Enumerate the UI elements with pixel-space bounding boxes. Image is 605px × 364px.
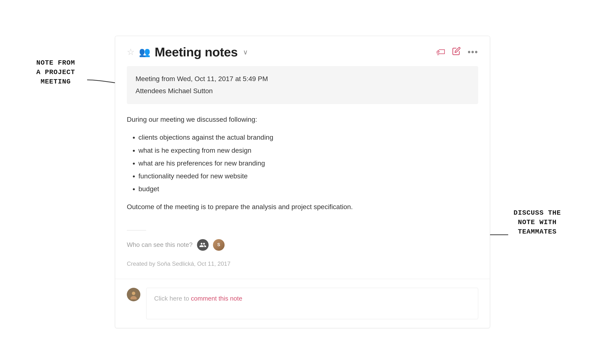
comment-placeholder: Click here to comment this note (154, 295, 242, 302)
chevron-down-icon[interactable]: ∨ (243, 48, 248, 56)
meeting-attendees: Attendees Michael Sutton (136, 85, 469, 97)
visibility-label: Who can see this note? (127, 241, 193, 248)
intro-text: During our meeting we discussed followin… (127, 114, 478, 125)
tag-icon[interactable]: 🏷 (436, 47, 445, 57)
created-by: Created by Soňa Sedlická, Oct 11, 2017 (115, 260, 490, 279)
note-title: Meeting notes (155, 45, 238, 59)
meeting-info-box: Meeting from Wed, Oct 11, 2017 at 5:49 P… (127, 66, 478, 104)
discussion-list: clients objections against the actual br… (127, 131, 478, 195)
list-item: what are his preferences for new brandin… (138, 157, 478, 170)
list-item: budget (138, 182, 478, 195)
left-annotation: NOTE FROM A PROJECT MEETING (22, 58, 90, 87)
header-right: 🏷 ••• (436, 47, 478, 58)
edit-icon[interactable] (452, 47, 461, 58)
commenter-avatar (127, 288, 140, 301)
star-button[interactable]: ☆ (127, 47, 135, 57)
meeting-datetime: Meeting from Wed, Oct 11, 2017 at 5:49 P… (136, 73, 469, 85)
list-item: clients objections against the actual br… (138, 131, 478, 144)
note-card: ☆ 👥 Meeting notes ∨ 🏷 ••• Meeting from W… (115, 36, 490, 328)
header-left: ☆ 👥 Meeting notes ∨ (127, 45, 248, 59)
comment-area: Click here to comment this note (115, 279, 490, 328)
section-divider (127, 230, 146, 230)
user-avatar: S (213, 239, 225, 251)
list-item: what is he expecting from new design (138, 144, 478, 157)
group-icon: 👥 (139, 47, 150, 57)
note-header: ☆ 👥 Meeting notes ∨ 🏷 ••• (115, 36, 490, 66)
outcome-text: Outcome of the meeting is to prepare the… (127, 201, 478, 213)
visibility-section: Who can see this note? S (115, 239, 490, 251)
right-annotation: DISCUSS THE NOTE WITH TEAMMATES (501, 208, 574, 237)
note-body: During our meeting we discussed followin… (115, 112, 490, 230)
more-options-icon[interactable]: ••• (467, 47, 478, 57)
comment-input[interactable]: Click here to comment this note (146, 288, 478, 319)
comment-link[interactable]: comment this note (191, 295, 242, 302)
group-avatar (197, 239, 209, 251)
svg-point-3 (132, 292, 135, 295)
list-item: functionality needed for new website (138, 170, 478, 182)
